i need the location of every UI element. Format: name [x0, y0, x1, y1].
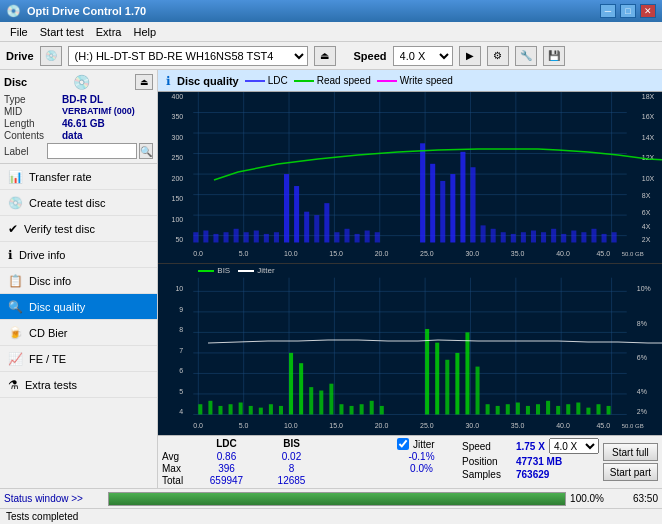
stats-area: LDC BIS Jitter Avg 0.86 0.02 -0.1%	[158, 435, 662, 488]
sidebar-item-drive-info[interactable]: ℹ Drive info	[0, 242, 157, 268]
svg-text:5.0: 5.0	[239, 422, 249, 429]
svg-text:10: 10	[175, 285, 183, 292]
total-ldc: 659947	[194, 475, 259, 486]
svg-text:200: 200	[172, 175, 184, 182]
speed-icon[interactable]: ▶	[459, 46, 481, 66]
total-label: Total	[162, 475, 194, 486]
read-color-indicator	[294, 80, 314, 82]
svg-rect-68	[571, 231, 576, 243]
settings-icon1[interactable]: ⚙	[487, 46, 509, 66]
start-full-button[interactable]: Start full	[603, 443, 658, 461]
transfer-rate-icon: 📊	[8, 170, 23, 184]
svg-rect-125	[319, 391, 323, 415]
jitter-checkbox-area: Jitter	[397, 438, 435, 450]
jitter-legend-label: Jitter	[257, 266, 274, 275]
svg-rect-134	[445, 360, 449, 415]
drive-select[interactable]: (H:) HL-DT-ST BD-RE WH16NS58 TST4	[68, 46, 308, 66]
svg-text:20.0: 20.0	[375, 422, 389, 429]
speed-select[interactable]: 4.0 X	[393, 46, 453, 66]
svg-rect-119	[259, 408, 263, 415]
menu-extra[interactable]: Extra	[90, 24, 128, 40]
start-part-button[interactable]: Start part	[603, 463, 658, 481]
svg-text:40.0: 40.0	[556, 250, 570, 257]
sidebar-item-transfer-rate[interactable]: 📊 Transfer rate	[0, 164, 157, 190]
svg-rect-117	[239, 403, 243, 415]
bottom-chart-svg: 10 9 8 7 6 5 4 10% 8% 6% 4% 2%	[158, 264, 662, 435]
extra-tests-icon: ⚗	[8, 378, 19, 392]
svg-rect-121	[279, 406, 283, 415]
svg-text:16X: 16X	[642, 113, 655, 120]
drive-icon[interactable]: 💿	[40, 46, 62, 66]
settings-icon2[interactable]: 🔧	[515, 46, 537, 66]
speed-stat-select[interactable]: 4.0 X	[549, 438, 599, 454]
menu-file[interactable]: File	[4, 24, 34, 40]
svg-text:10.0: 10.0	[284, 250, 298, 257]
label-input[interactable]	[47, 143, 137, 159]
time-display: 63:50	[608, 493, 658, 504]
sidebar-item-fe-te[interactable]: 📈 FE / TE	[0, 346, 157, 372]
svg-rect-46	[314, 215, 319, 242]
svg-rect-126	[329, 384, 333, 415]
svg-rect-120	[269, 404, 273, 414]
sidebar-item-extra-tests[interactable]: ⚗ Extra tests	[0, 372, 157, 398]
save-icon[interactable]: 💾	[543, 46, 565, 66]
svg-text:8X: 8X	[642, 192, 651, 199]
menu-help[interactable]: Help	[127, 24, 162, 40]
svg-rect-44	[294, 186, 299, 242]
svg-text:50.0 GB: 50.0 GB	[622, 423, 644, 429]
svg-rect-51	[365, 231, 370, 243]
speed-label: Speed	[354, 50, 387, 62]
status-bar: Status window >> 100.0% 63:50	[0, 488, 662, 508]
svg-text:7: 7	[179, 347, 183, 354]
top-chart-svg: 400 350 300 250 200 150 100 50 18X 16X 1…	[158, 92, 662, 263]
svg-text:40.0: 40.0	[556, 422, 570, 429]
label-label: Label	[4, 146, 47, 157]
disc-eject-btn[interactable]: ⏏	[135, 74, 153, 90]
disc-quality-icon: 🔍	[8, 300, 23, 314]
contents-value: data	[62, 130, 153, 141]
title-bar: 💿 Opti Drive Control 1.70 ─ □ ✕	[0, 0, 662, 22]
sidebar-item-disc-quality[interactable]: 🔍 Disc quality	[0, 294, 157, 320]
disc-info-icon: 📋	[8, 274, 23, 288]
sidebar-item-disc-info[interactable]: 📋 Disc info	[0, 268, 157, 294]
svg-rect-65	[541, 232, 546, 242]
svg-rect-130	[370, 401, 374, 415]
svg-rect-45	[304, 212, 309, 243]
sidebar-label-disc-info: Disc info	[29, 275, 71, 287]
avg-ldc: 0.86	[194, 451, 259, 462]
svg-rect-72	[612, 232, 617, 242]
verify-test-disc-icon: ✔	[8, 222, 18, 236]
eject-button[interactable]: ⏏	[314, 46, 336, 66]
svg-rect-148	[586, 408, 590, 415]
svg-rect-66	[551, 229, 556, 243]
svg-rect-61	[501, 232, 506, 242]
jitter-checkbox[interactable]	[397, 438, 409, 450]
svg-rect-41	[264, 234, 269, 243]
drive-info-icon: ℹ	[8, 248, 13, 262]
svg-text:35.0: 35.0	[511, 422, 525, 429]
svg-rect-147	[576, 403, 580, 415]
status-window-button[interactable]: Status window >>	[4, 493, 104, 504]
svg-rect-116	[229, 404, 233, 414]
samples-label: Samples	[462, 469, 512, 480]
svg-text:10.0: 10.0	[284, 422, 298, 429]
svg-text:0.0: 0.0	[193, 422, 203, 429]
svg-text:5.0: 5.0	[239, 250, 249, 257]
svg-rect-42	[274, 232, 279, 242]
sidebar-item-verify-test-disc[interactable]: ✔ Verify test disc	[0, 216, 157, 242]
sidebar-item-create-test-disc[interactable]: 💿 Create test disc	[0, 190, 157, 216]
disc-icon: 💿	[73, 74, 90, 90]
svg-rect-50	[355, 234, 360, 243]
svg-rect-135	[455, 353, 459, 415]
nav-menu: 📊 Transfer rate 💿 Create test disc ✔ Ver…	[0, 164, 157, 488]
svg-text:20.0: 20.0	[375, 250, 389, 257]
bottom-chart: BIS Jitter	[158, 264, 662, 435]
svg-rect-57	[460, 152, 465, 243]
minimize-button[interactable]: ─	[600, 4, 616, 18]
label-search-btn[interactable]: 🔍	[139, 143, 153, 159]
sidebar-item-cd-bier[interactable]: 🍺 CD Bier	[0, 320, 157, 346]
svg-text:6%: 6%	[637, 354, 647, 361]
menu-start-test[interactable]: Start test	[34, 24, 90, 40]
maximize-button[interactable]: □	[620, 4, 636, 18]
close-button[interactable]: ✕	[640, 4, 656, 18]
